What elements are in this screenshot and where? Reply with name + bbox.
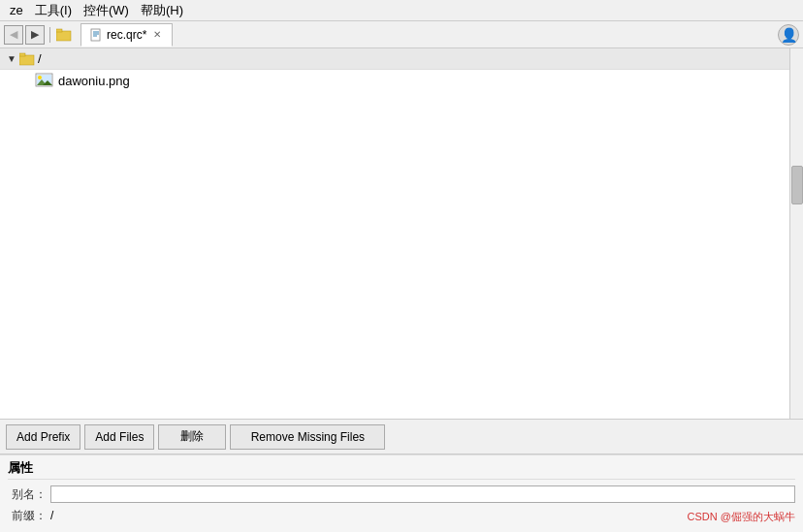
- active-tab[interactable]: rec.qrc* ✕: [80, 23, 173, 47]
- svg-rect-2: [91, 29, 100, 41]
- scrollbar-track[interactable]: [789, 48, 803, 419]
- file-image-icon: [35, 73, 54, 88]
- file-tree-area: ▼ / dawoniu.png: [0, 48, 803, 420]
- properties-panel: 属性 别名： 前缀： /: [0, 454, 803, 532]
- avatar: 👤: [778, 24, 799, 46]
- delete-button[interactable]: 删除: [158, 424, 226, 450]
- svg-rect-6: [19, 55, 34, 65]
- file-name: dawoniu.png: [58, 74, 130, 88]
- add-prefix-button[interactable]: Add Prefix: [6, 424, 80, 450]
- back-button[interactable]: ◀: [4, 25, 23, 45]
- forward-button[interactable]: ▶: [25, 25, 45, 45]
- tab-label: rec.qrc*: [107, 28, 146, 42]
- root-label: /: [38, 51, 42, 66]
- tab-file-icon: [89, 28, 103, 42]
- menu-controls[interactable]: 控件(W): [78, 0, 135, 21]
- menu-help[interactable]: 帮助(H): [135, 0, 189, 21]
- toolbar: ◀ ▶ rec.qrc* ✕ 👤: [0, 21, 803, 48]
- svg-point-10: [38, 76, 42, 79]
- properties-title: 属性: [8, 459, 795, 480]
- root-folder-icon: [19, 52, 35, 66]
- scrollbar-thumb[interactable]: [791, 166, 803, 204]
- watermark: CSDN @倔强的大蜗牛: [688, 510, 795, 524]
- prefix-row: 前缀： /: [8, 505, 795, 526]
- svg-rect-0: [56, 31, 71, 41]
- svg-rect-1: [56, 29, 62, 32]
- tree-item[interactable]: dawoniu.png: [0, 70, 803, 91]
- svg-rect-7: [19, 53, 25, 56]
- alias-input[interactable]: [50, 485, 795, 503]
- prefix-label: 前缀：: [8, 508, 47, 524]
- tree-toggle[interactable]: ▼: [4, 51, 19, 67]
- prefix-value: /: [50, 509, 795, 522]
- menu-ze[interactable]: ze: [4, 1, 29, 19]
- alias-label: 别名：: [8, 486, 47, 503]
- menu-bar: ze 工具(I) 控件(W) 帮助(H): [0, 0, 803, 21]
- add-files-button[interactable]: Add Files: [84, 424, 154, 450]
- alias-row: 别名：: [8, 484, 795, 505]
- menu-tools[interactable]: 工具(I): [29, 0, 78, 21]
- remove-missing-button[interactable]: Remove Missing Files: [230, 424, 385, 450]
- bottom-buttons: Add Prefix Add Files 删除 Remove Missing F…: [0, 420, 803, 454]
- toolbar-separator: [49, 27, 50, 43]
- tree-root-row[interactable]: ▼ /: [0, 48, 803, 70]
- main-container: ▼ / dawoniu.png: [0, 48, 803, 532]
- file-icon: [55, 26, 73, 44]
- tab-close-button[interactable]: ✕: [150, 28, 164, 42]
